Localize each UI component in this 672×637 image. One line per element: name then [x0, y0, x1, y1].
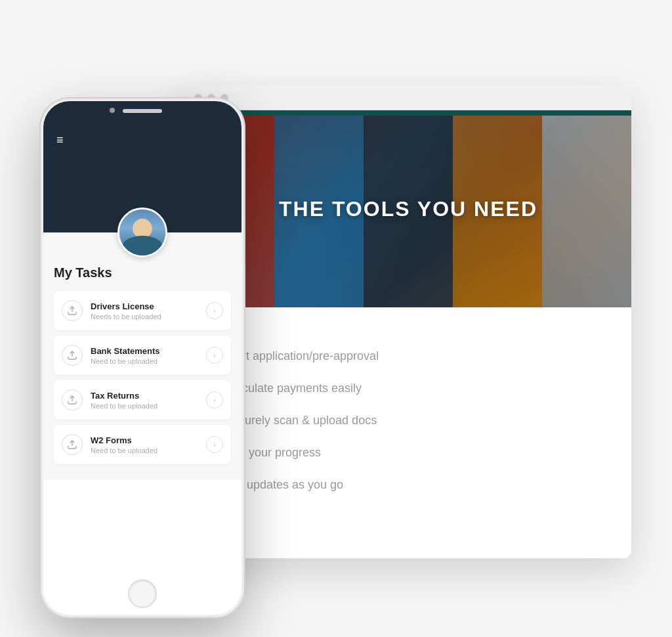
phone-screen: ≡ My Tasks: [43, 101, 242, 615]
phone-wrapper: ≡ My Tasks: [41, 99, 244, 617]
task-item-1[interactable]: Bank Statements Need to be uploaded ›: [54, 336, 231, 375]
task-sub-0: Needs to be uploaded: [91, 313, 198, 320]
phone-header: ≡: [43, 101, 242, 232]
task-chevron-1[interactable]: ›: [206, 347, 223, 364]
phone-device: ≡ My Tasks: [41, 99, 244, 617]
tools-list: Start application/pre-approvalCalculate …: [224, 340, 592, 501]
tools-list-item-0: Start application/pre-approval: [224, 340, 592, 372]
task-item-2[interactable]: Tax Returns Need to be uploaded ›: [54, 380, 231, 420]
tools-list-item-3: See your progress: [224, 437, 592, 469]
upload-icon-0: [62, 300, 83, 321]
task-sub-3: Need to be uploaded: [91, 447, 198, 454]
browser-window: THE TOOLS YOU NEED Start application/pre…: [185, 85, 631, 558]
avatar-face: [119, 209, 165, 255]
task-chevron-2[interactable]: ›: [206, 391, 223, 408]
hamburger-menu-icon[interactable]: ≡: [56, 134, 64, 146]
hero-title: THE TOOLS YOU NEED: [279, 197, 537, 221]
tasks-container: Drivers License Needs to be uploaded › B…: [54, 291, 231, 464]
task-item-0[interactable]: Drivers License Needs to be uploaded ›: [54, 291, 231, 330]
tools-list-item-1: Calculate payments easily: [224, 372, 592, 405]
avatar: [117, 208, 167, 257]
my-tasks-title: My Tasks: [54, 265, 231, 280]
avatar-body: [123, 236, 162, 255]
phone-speaker: [123, 109, 162, 113]
task-text-2: Tax Returns Need to be uploaded: [91, 391, 198, 410]
browser-titlebar: [185, 85, 631, 110]
task-name-2: Tax Returns: [91, 391, 198, 401]
task-text-1: Bank Statements Need to be uploaded: [91, 346, 198, 365]
phone-home-button[interactable]: [128, 579, 157, 608]
phone-inner: ≡ My Tasks: [43, 101, 242, 615]
task-name-0: Drivers License: [91, 301, 198, 311]
scene: THE TOOLS YOU NEED Start application/pre…: [41, 46, 631, 591]
upload-icon-1: [62, 345, 83, 366]
tools-list-item-2: Securely scan & upload docs: [224, 405, 592, 437]
hero-overlay: THE TOOLS YOU NEED: [185, 110, 631, 307]
browser-hero: THE TOOLS YOU NEED: [185, 110, 631, 307]
task-name-3: W2 Forms: [91, 435, 198, 445]
task-text-0: Drivers License Needs to be uploaded: [91, 301, 198, 320]
phone-camera: [110, 108, 115, 113]
browser-content: Start application/pre-approvalCalculate …: [185, 307, 631, 534]
upload-icon-3: [62, 434, 83, 455]
tools-list-item-4: Get updates as you go: [224, 469, 592, 501]
upload-icon-2: [62, 389, 83, 410]
task-chevron-0[interactable]: ›: [206, 302, 223, 319]
phone-body: My Tasks Drivers License Needs to be upl…: [43, 232, 242, 480]
task-chevron-3[interactable]: ›: [206, 436, 223, 453]
task-sub-1: Need to be uploaded: [91, 357, 198, 365]
task-name-1: Bank Statements: [91, 346, 198, 356]
task-text-3: W2 Forms Need to be uploaded: [91, 435, 198, 454]
task-item-3[interactable]: W2 Forms Need to be uploaded ›: [54, 425, 231, 464]
task-sub-2: Need to be uploaded: [91, 402, 198, 410]
